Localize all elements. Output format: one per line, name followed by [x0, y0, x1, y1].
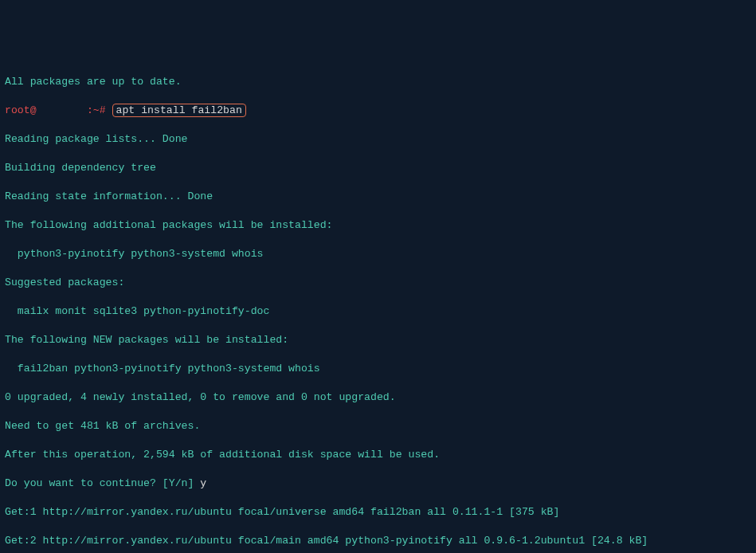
output-line: All packages are up to date. [5, 75, 751, 89]
output-line: Get:1 http://mirror.yandex.ru/ubuntu foc… [5, 505, 751, 520]
output-line: Need to get 481 kB of archives. [5, 419, 751, 433]
output-line: mailx monit sqlite3 python-pyinotify-doc [5, 304, 751, 319]
output-line: fail2ban python3-pyinotify python3-syste… [5, 362, 751, 376]
user-input-y: y [200, 477, 206, 489]
output-line: After this operation, 2,594 kB of additi… [5, 448, 751, 462]
prompt-line: root@ :~# apt install fail2ban [5, 104, 751, 118]
output-line: Get:2 http://mirror.yandex.ru/ubuntu foc… [5, 534, 751, 548]
output-line: Suggested packages: [5, 276, 751, 290]
output-line: 0 upgraded, 4 newly installed, 0 to remo… [5, 390, 751, 405]
prompt-host-redacted [37, 104, 87, 116]
highlighted-command: apt install fail2ban [112, 104, 246, 117]
confirm-prompt: Do you want to continue? [Y/n] [5, 477, 200, 489]
output-line: Reading state information... Done [5, 190, 751, 204]
prompt-user: root@ [5, 104, 37, 116]
output-line: Reading package lists... Done [5, 132, 751, 147]
output-line: The following additional packages will b… [5, 218, 751, 233]
prompt-sep: :~# [87, 104, 112, 116]
output-line: Do you want to continue? [Y/n] y [5, 477, 751, 491]
output-line: Building dependency tree [5, 161, 751, 175]
terminal[interactable]: All packages are up to date. root@ :~# a… [5, 61, 751, 553]
output-line: The following NEW packages will be insta… [5, 333, 751, 347]
output-line: python3-pyinotify python3-systemd whois [5, 247, 751, 261]
